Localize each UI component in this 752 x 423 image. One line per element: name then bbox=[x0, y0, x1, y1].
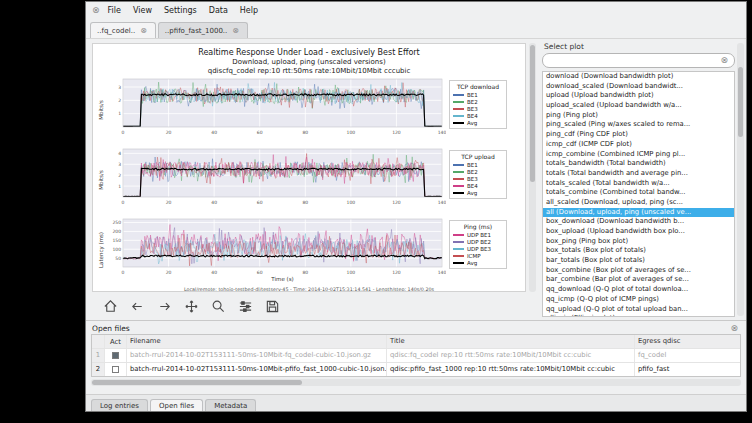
svg-text:80: 80 bbox=[302, 270, 308, 275]
svg-text:200: 200 bbox=[112, 229, 121, 234]
title-cell: qdisc:fq_codel rep:10 rtt:50ms rate:10Mb… bbox=[387, 349, 635, 362]
table-hscrollbar[interactable] bbox=[91, 379, 741, 386]
legend-label: BE4 bbox=[467, 183, 478, 189]
zoom-button[interactable] bbox=[210, 298, 226, 314]
file-tab-1[interactable]: ..pfifo_fast_1000..⊗ bbox=[158, 22, 248, 38]
table-row[interactable]: 2batch-rrul-2014-10-02T153111-50ms-10Mbi… bbox=[92, 363, 740, 376]
svg-text:2: 2 bbox=[118, 173, 121, 178]
svg-text:20: 20 bbox=[166, 130, 172, 135]
legend-swatch bbox=[453, 192, 464, 194]
legend-swatch bbox=[453, 101, 464, 103]
active-checkbox[interactable] bbox=[112, 352, 119, 359]
legend-swatch bbox=[453, 171, 464, 173]
back-button[interactable] bbox=[129, 298, 145, 314]
plot-list-item[interactable]: box_combine (Box plot of averages of se.… bbox=[543, 266, 734, 276]
plot-list-item[interactable]: box_totals (Box plot of totals) bbox=[543, 246, 734, 256]
zoom-icon bbox=[211, 299, 226, 314]
plot-list-item[interactable]: totals (Total bandwidth and average pin.… bbox=[543, 169, 734, 179]
plot-list-item[interactable]: download_scaled (Download bandwidt... bbox=[543, 82, 734, 92]
row-number: 2 bbox=[92, 363, 105, 376]
dock-close-icon[interactable]: ⊗ bbox=[728, 324, 740, 333]
active-checkbox[interactable] bbox=[112, 366, 119, 373]
dock-tab-log-entries[interactable]: Log entries bbox=[91, 399, 148, 411]
plot-search-input[interactable] bbox=[547, 57, 718, 65]
menu-file[interactable]: File bbox=[102, 4, 127, 17]
save-icon bbox=[265, 299, 280, 314]
plot-list-scrollbar-thumb[interactable] bbox=[738, 67, 743, 137]
plot-list-item[interactable]: qq_icmp (Q-Q plot of ICMP pings) bbox=[543, 295, 734, 305]
forward-button[interactable] bbox=[156, 298, 172, 314]
subplots-button[interactable] bbox=[237, 298, 253, 314]
dock-tab-metadata[interactable]: Metadata bbox=[205, 399, 256, 411]
tab-close-icon[interactable]: ⊗ bbox=[138, 27, 149, 35]
legend-tcp-download: TCP downloadBE1BE2BE3BE4Avg bbox=[449, 80, 507, 129]
legend-item: Avg bbox=[453, 119, 503, 126]
plot-list-scrollbar[interactable] bbox=[737, 43, 744, 316]
legend-title: TCP upload bbox=[453, 153, 503, 160]
save-button[interactable] bbox=[264, 298, 280, 314]
tab-close-icon[interactable]: ⊗ bbox=[230, 27, 241, 35]
menu-settings[interactable]: Settings bbox=[158, 4, 203, 17]
legend-swatch bbox=[453, 178, 464, 180]
subplot-row-ping: Latency (ms)0204060801001201405010015020… bbox=[95, 216, 523, 286]
plot-list-item[interactable]: box_download (Download bandwidth b... bbox=[543, 217, 734, 227]
plot-list-item[interactable]: box_ping (Ping box plot) bbox=[543, 237, 734, 247]
legend-item: BE2 bbox=[453, 168, 503, 175]
legend-item: BE4 bbox=[453, 182, 503, 189]
plot-list-item[interactable]: qq_upload (Q-Q plot of total upload ban.… bbox=[543, 305, 734, 315]
menu-bar: ⊗ FileViewSettingsDataHelp bbox=[86, 2, 746, 19]
svg-text:250: 250 bbox=[112, 220, 121, 225]
window-close-icon[interactable]: ⊗ bbox=[90, 6, 102, 15]
plot-list-item[interactable]: totals_bandwidth (Total bandwidth) bbox=[543, 159, 734, 169]
plot-list-item[interactable]: all_scaled (Download, upload, ping (sc..… bbox=[543, 198, 734, 208]
menu-view[interactable]: View bbox=[127, 4, 158, 17]
home-button[interactable] bbox=[102, 298, 118, 314]
table-row[interactable]: 1batch-rrul-2014-10-02T153111-50ms-10Mbi… bbox=[92, 349, 740, 363]
menu-help[interactable]: Help bbox=[234, 4, 264, 17]
plot-list-item[interactable]: totals_combine (Combined total bandw... bbox=[543, 188, 734, 198]
plot-list-item[interactable]: icmp_cdf (ICMP CDF plot) bbox=[543, 140, 734, 150]
sidebar-title: Select plot bbox=[542, 42, 735, 53]
plot-list-item[interactable]: box_upload (Upload bandwidth box plo... bbox=[543, 227, 734, 237]
y-axis-label: Latency (ms) bbox=[95, 216, 106, 284]
menu-data[interactable]: Data bbox=[203, 4, 234, 17]
legend-item: BE1 bbox=[453, 161, 503, 168]
svg-text:3: 3 bbox=[118, 162, 121, 167]
svg-text:60: 60 bbox=[257, 200, 263, 205]
plot-list-item[interactable]: upload (Upload bandwidth plot) bbox=[543, 91, 734, 101]
legend-item: UDP BE1 bbox=[453, 231, 503, 238]
plot-list-item[interactable]: totals_scaled (Total bandwidth w/a... bbox=[543, 179, 734, 189]
matplotlib-toolbar bbox=[92, 292, 526, 320]
dock-tab-open-files[interactable]: Open files bbox=[150, 399, 203, 411]
figure-subtitle2: qdiscfq_codel rep:10 rtt:50ms rate:10Mbi… bbox=[95, 67, 523, 76]
plot-list-item[interactable]: upload_scaled (Upload bandwidth w/a... bbox=[543, 101, 734, 111]
filename-cell: batch-rrul-2014-10-02T153111-50ms-10Mbit… bbox=[127, 363, 387, 376]
legend-swatch bbox=[453, 115, 464, 117]
legend-label: BE4 bbox=[467, 113, 478, 119]
svg-text:140: 140 bbox=[438, 130, 446, 135]
plot-scrollbar[interactable] bbox=[529, 43, 536, 292]
plot-list-item[interactable]: all (Download, upload, ping (unscaled ve… bbox=[543, 208, 734, 218]
pan-icon bbox=[184, 299, 199, 314]
plot-list-item[interactable]: bar_totals (Box plot of totals) bbox=[543, 256, 734, 266]
plot-list-item[interactable]: ping_scaled (Ping w/axes scaled to rema.… bbox=[543, 120, 734, 130]
plot-list-item[interactable]: icmp_combine (Combined ICMP ping pl... bbox=[543, 150, 734, 160]
search-clear-icon[interactable]: ⊗ bbox=[718, 56, 730, 65]
plot-list-item[interactable]: ping_cdf (Ping CDF plot) bbox=[543, 130, 734, 140]
legend-label: ICMP bbox=[467, 253, 481, 259]
svg-text:60: 60 bbox=[257, 270, 263, 275]
svg-text:20: 20 bbox=[166, 270, 172, 275]
plot-list-item[interactable]: ping (Ping plot) bbox=[543, 111, 734, 121]
plot-list-item[interactable]: download (Download bandwidth plot) bbox=[543, 72, 734, 82]
file-tab-label: ..fq_codel.. bbox=[97, 27, 135, 35]
plot-list-item[interactable]: qq_download (Q-Q plot of total downloa..… bbox=[543, 285, 734, 295]
svg-text:1: 1 bbox=[118, 111, 121, 116]
plot-list-item[interactable]: ellipsis (Ellipsis plot) bbox=[543, 314, 734, 317]
plot-scrollbar-thumb[interactable] bbox=[530, 45, 535, 182]
pan-button[interactable] bbox=[183, 298, 199, 314]
plot-list-item[interactable]: bar_combine (Bar plot of averages of se.… bbox=[543, 275, 734, 285]
svg-text:100: 100 bbox=[347, 270, 356, 275]
file-tab-0[interactable]: ..fq_codel..⊗ bbox=[90, 22, 156, 38]
legend-swatch bbox=[453, 122, 464, 124]
table-hscrollbar-thumb[interactable] bbox=[92, 380, 302, 385]
